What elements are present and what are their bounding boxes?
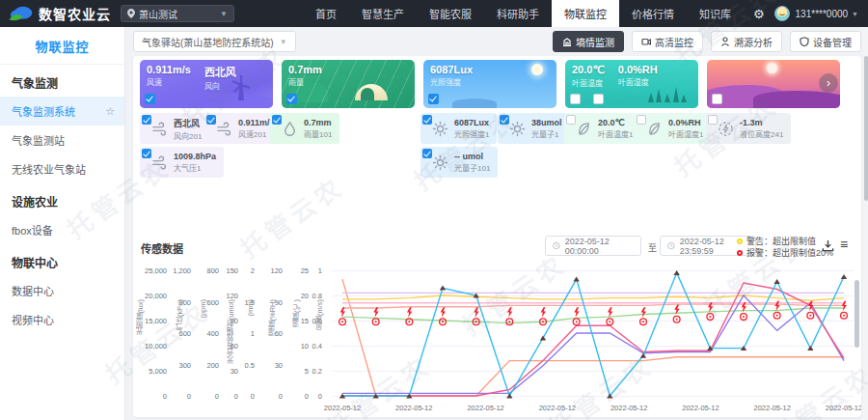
sidebar-title: 物联监控 — [0, 27, 124, 65]
sidebar-item-气象监测站[interactable]: 气象监测站 — [0, 126, 124, 154]
alarm-lightning-icon[interactable] — [641, 307, 646, 318]
sensor-chip-光量子101[interactable]: -- umol光量子101 — [420, 147, 498, 178]
card-value-label: 风向 — [204, 80, 236, 91]
card-checkboxes — [428, 94, 439, 104]
sensor-chip-大气压1[interactable]: 1009.8hPa大气压1 — [140, 147, 224, 178]
alarm-lightning-icon[interactable] — [507, 307, 512, 318]
checkbox-checked[interactable] — [422, 149, 432, 158]
chevron-right-icon[interactable]: › — [819, 73, 838, 93]
sidebar-item-数据中心[interactable]: 数据中心 — [0, 276, 124, 305]
user-menu[interactable]: 131****0000 ▼ — [790, 9, 868, 19]
chip-text: -1.3m液位高度241 — [740, 118, 783, 139]
sensor-chip-叶面温度1[interactable]: 20.0℃叶面温度1 — [564, 113, 640, 144]
weather-card-5[interactable]: › — [707, 60, 840, 108]
toolbar-button-溯源分析[interactable]: 溯源分析 — [711, 31, 782, 52]
map-pin-icon — [127, 9, 135, 18]
checkbox-checked[interactable] — [206, 115, 216, 125]
alarm-lightning-icon[interactable] — [441, 307, 446, 318]
nav-item-智慧生产[interactable]: 智慧生产 — [349, 0, 417, 27]
alarm-lightning-icon[interactable] — [407, 307, 412, 318]
checkbox-unchecked[interactable] — [712, 94, 722, 104]
toolbar-button-墒情监测[interactable]: 墒情监测 — [553, 31, 624, 52]
card-value-label: 叶面温度 — [572, 77, 605, 88]
checkbox-checked[interactable] — [145, 94, 155, 104]
page-toolbar: 气象驿站(萧山基地防控系统站) ▼ 墒情监测高清监控溯源分析设备管理 — [133, 30, 861, 53]
checkbox-checked[interactable] — [422, 115, 432, 125]
chip-label: 光量子101 — [454, 162, 490, 173]
wind-icon — [151, 154, 168, 171]
card-value: 西北风 — [204, 64, 236, 79]
chip-label: 叶面温度1 — [598, 128, 633, 139]
gear-icon[interactable]: ⚙ — [744, 7, 774, 21]
sensor-chip-雨量101[interactable]: 0.7mm雨量101 — [270, 113, 339, 144]
axis-tick: 10,000 — [145, 342, 167, 350]
checkbox-unchecked[interactable] — [593, 94, 604, 104]
sidebar-item-视频中心[interactable]: 视频中心 — [0, 305, 124, 334]
checkbox-checked[interactable] — [428, 94, 439, 104]
download-icon[interactable] — [822, 238, 834, 256]
checkbox-checked[interactable] — [500, 115, 509, 125]
checkbox-unchecked[interactable] — [566, 115, 576, 125]
checkbox-unchecked[interactable] — [570, 94, 581, 104]
card-value-label: 风速 — [147, 76, 191, 87]
chip-value: -1.3m — [740, 118, 783, 127]
toolbar-button-高清监控[interactable]: 高清监控 — [632, 31, 703, 52]
sidebar-item-无线农业气象站[interactable]: 无线农业气象站 — [0, 154, 124, 183]
axis-tick: 400 — [206, 329, 219, 338]
toolbar-button-设备管理[interactable]: 设备管理 — [790, 31, 861, 52]
checkbox-checked[interactable] — [272, 115, 282, 125]
alarm-lightning-icon[interactable] — [373, 307, 378, 318]
axis-tick: 150 — [226, 266, 238, 275]
nav-item-物联监控[interactable]: 物联监控 — [552, 0, 619, 27]
list-view-icon[interactable]: ≡ — [840, 237, 848, 252]
alarm-lightning-icon[interactable] — [474, 307, 478, 318]
sidebar-item-fbox设备[interactable]: fbox设备 — [0, 215, 124, 244]
chip-text: 西北风风向201 — [174, 117, 202, 141]
alarm-lightning-icon[interactable] — [574, 307, 579, 318]
nav-item-价格行情[interactable]: 价格行情 — [619, 0, 687, 27]
date-from-input[interactable]: 2022-05-12 00:00:00 — [545, 236, 641, 256]
sensor-chip-光照强度1[interactable]: 6087Lux光照强度1 — [420, 113, 497, 144]
warning-dot — [609, 321, 610, 322]
alarm-lightning-icon[interactable] — [340, 307, 345, 318]
checkbox-unchecked[interactable] — [708, 115, 718, 125]
alarm-lightning-icon[interactable] — [541, 307, 546, 318]
checkbox-checked[interactable] — [142, 115, 151, 125]
warning-dot — [676, 319, 678, 321]
checkbox-checked[interactable] — [142, 149, 151, 158]
axis-tick: 0.2 — [312, 367, 322, 376]
clock-icon — [553, 241, 560, 250]
card-checkboxes — [145, 94, 155, 104]
nav-item-首页[interactable]: 首页 — [303, 0, 349, 27]
axis-tick: 120 — [270, 266, 283, 275]
weather-card-3[interactable]: 6087Lux光照强度 — [423, 60, 556, 108]
chart-scrollbar-thumb[interactable] — [854, 280, 859, 348]
sensor-chip-叶面湿度1[interactable]: 0.0%RH叶面湿度1 — [635, 113, 711, 144]
checkbox-checked[interactable] — [286, 94, 297, 104]
nav-item-智能农服[interactable]: 智能农服 — [417, 0, 484, 27]
station-select[interactable]: 气象驿站(萧山基地防控系统站) ▼ — [133, 31, 296, 52]
checkbox-unchecked[interactable] — [637, 115, 646, 125]
alarm-lightning-icon[interactable] — [608, 307, 612, 318]
sidebar-item-气象监测系统[interactable]: 气象监测系统☆ — [0, 97, 124, 126]
weather-card-4[interactable]: 20.0℃叶面温度0.0%RH叶面湿度 — [565, 60, 698, 108]
sidebar-section-title: 设施农业 — [0, 183, 124, 215]
chip-value: -- umol — [454, 152, 490, 161]
sensor-chip-液位高度241[interactable]: -1.3m液位高度241 — [706, 113, 791, 144]
nav-item-知识库[interactable]: 知识库 — [687, 0, 744, 27]
avatar[interactable] — [774, 6, 790, 21]
card-checkboxes — [286, 94, 297, 104]
chip-label: 叶面湿度1 — [668, 128, 703, 139]
axis-tick: 30 — [231, 367, 238, 376]
page-scrollbar[interactable] — [863, 27, 868, 420]
axis-title: 光照度(lux) — [135, 299, 146, 335]
weather-card-2[interactable]: 0.7mm雨量 — [282, 60, 415, 108]
location-select[interactable]: 萧山测试 ▼ — [121, 5, 234, 22]
sensor-chip-风向201[interactable]: 西北风风向201 — [140, 113, 209, 144]
soil-monitor-icon — [562, 37, 572, 46]
star-icon[interactable]: ☆ — [105, 105, 115, 118]
weather-card-1[interactable]: 0.911m/s风速西北风风向 — [140, 60, 273, 108]
sensor-chip-光量子1[interactable]: 38umol光量子1 — [498, 113, 570, 144]
nav-item-科研助手[interactable]: 科研助手 — [484, 0, 552, 27]
chip-text: 0.7mm雨量101 — [304, 118, 332, 139]
